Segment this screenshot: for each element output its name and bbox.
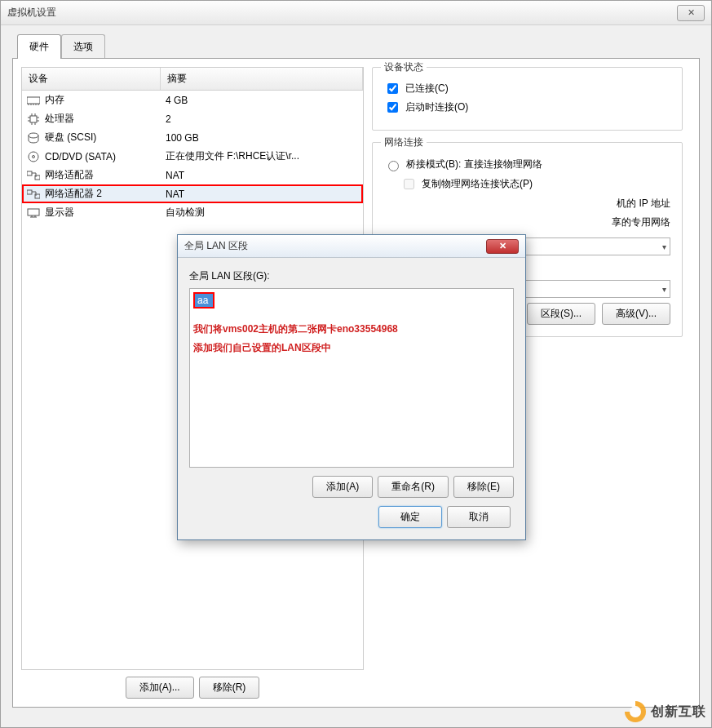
watermark: 创新互联 bbox=[625, 701, 706, 722]
net-icon bbox=[27, 170, 40, 181]
titlebar: 虚拟机设置 ✕ bbox=[1, 1, 711, 25]
cd-icon bbox=[27, 151, 40, 162]
chevron-down-icon: ▾ bbox=[662, 285, 666, 294]
device-table-header: 设备 摘要 bbox=[22, 68, 363, 91]
device-name: 处理器 bbox=[45, 112, 74, 126]
cpu-icon bbox=[27, 113, 40, 125]
connect-on-start-row[interactable]: 启动时连接(O) bbox=[384, 100, 670, 115]
annotation-line-2: 添加我们自己设置的LAN区段中 bbox=[193, 339, 510, 357]
group-title: 网络连接 bbox=[381, 135, 427, 149]
device-name: 显示器 bbox=[45, 206, 74, 220]
device-name: CD/DVD (SATA) bbox=[45, 151, 116, 162]
lan-action-buttons: 添加(A) 重命名(R) 移除(E) bbox=[189, 476, 514, 498]
close-icon: ✕ bbox=[499, 241, 506, 251]
replicate-checkbox[interactable] bbox=[404, 179, 414, 189]
dialog-titlebar: 全局 LAN 区段 ✕ bbox=[178, 235, 525, 258]
svg-point-15 bbox=[29, 133, 38, 138]
device-name: 网络适配器 bbox=[45, 168, 94, 182]
remove-device-button[interactable]: 移除(R) bbox=[199, 677, 260, 699]
lan-segment-dialog: 全局 LAN 区段 ✕ 全局 LAN 区段(G): aa 我们将vms002主机… bbox=[177, 234, 526, 540]
device-name: 硬盘 (SCSI) bbox=[45, 131, 96, 144]
partial-row-2: 享的专用网络 bbox=[384, 215, 670, 229]
annotation-line-1: 我们将vms002主机的第二张网卡eno33554968 bbox=[193, 320, 510, 339]
connect-on-start-checkbox[interactable] bbox=[387, 102, 398, 113]
partial-text-net: 享的专用网络 bbox=[612, 215, 670, 229]
disk-icon bbox=[27, 132, 40, 144]
dialog-title: 全局 LAN 区段 bbox=[184, 239, 486, 253]
device-summary: 100 GB bbox=[166, 132, 358, 144]
table-row[interactable]: 内存 4 GB bbox=[22, 91, 363, 109]
connected-checkbox-row[interactable]: 已连接(C) bbox=[384, 81, 670, 96]
add-device-button[interactable]: 添加(A)... bbox=[126, 677, 194, 699]
lan-segment-button[interactable]: 区段(S)... bbox=[527, 303, 595, 325]
window-title: 虚拟机设置 bbox=[7, 6, 677, 20]
ok-button[interactable]: 确定 bbox=[378, 506, 442, 528]
watermark-logo-icon bbox=[625, 701, 646, 722]
svg-rect-20 bbox=[27, 190, 32, 194]
table-row[interactable]: CD/DVD (SATA) 正在使用文件 F:\RHCE认证\r... bbox=[22, 147, 363, 166]
svg-point-16 bbox=[29, 152, 38, 162]
close-icon: ✕ bbox=[688, 7, 695, 18]
device-rows: 内存 4 GB 处理器 2 硬盘 (SCSI) 100 GB CD/D bbox=[22, 91, 363, 222]
chevron-down-icon: ▾ bbox=[662, 242, 666, 251]
connected-label: 已连接(C) bbox=[405, 82, 449, 95]
lan-list-label: 全局 LAN 区段(G): bbox=[189, 269, 514, 283]
dialog-close-button[interactable]: ✕ bbox=[486, 239, 519, 254]
device-summary: 正在使用文件 F:\RHCE认证\r... bbox=[166, 149, 358, 163]
group-title: 设备状态 bbox=[381, 60, 427, 74]
annotation-text: 我们将vms002主机的第二张网卡eno33554968 添加我们自己设置的LA… bbox=[193, 320, 510, 357]
col-header-device[interactable]: 设备 bbox=[22, 68, 161, 90]
tab-options[interactable]: 选项 bbox=[61, 34, 105, 59]
lan-segment-item[interactable]: aa bbox=[193, 292, 214, 309]
replicate-checkbox-row[interactable]: 复制物理网络连接状态(P) bbox=[400, 176, 670, 192]
advanced-button[interactable]: 高级(V)... bbox=[602, 303, 670, 325]
device-summary: 4 GB bbox=[166, 95, 358, 106]
device-summary: NAT bbox=[166, 170, 358, 181]
device-summary: NAT bbox=[166, 189, 358, 200]
display-icon bbox=[27, 207, 40, 219]
device-summary: 自动检测 bbox=[166, 206, 358, 220]
table-row[interactable]: 处理器 2 bbox=[22, 109, 363, 128]
bridged-radio-row[interactable]: 桥接模式(B): 直接连接物理网络 bbox=[384, 158, 670, 171]
bridged-label: 桥接模式(B): 直接连接物理网络 bbox=[406, 158, 542, 171]
svg-rect-6 bbox=[30, 116, 37, 122]
device-buttons: 添加(A)... 移除(R) bbox=[21, 677, 364, 699]
bridged-radio[interactable] bbox=[388, 161, 399, 171]
lan-segment-list[interactable]: aa 我们将vms002主机的第二张网卡eno33554968 添加我们自己设置… bbox=[189, 288, 514, 468]
partial-text-ip: 机的 IP 地址 bbox=[617, 197, 670, 211]
table-row[interactable]: 硬盘 (SCSI) 100 GB bbox=[22, 128, 363, 147]
lan-remove-button[interactable]: 移除(E) bbox=[453, 476, 514, 498]
svg-rect-22 bbox=[28, 209, 39, 215]
dialog-buttons: 确定 取消 bbox=[189, 506, 514, 528]
cancel-button[interactable]: 取消 bbox=[447, 506, 511, 528]
svg-point-17 bbox=[33, 155, 35, 158]
table-row[interactable]: 显示器 自动检测 bbox=[22, 203, 363, 222]
device-status-group: 设备状态 已连接(C) 启动时连接(O) bbox=[372, 67, 683, 131]
svg-rect-18 bbox=[27, 171, 32, 175]
connected-checkbox[interactable] bbox=[387, 83, 398, 94]
table-row-network-adapter-2[interactable]: 网络适配器 2 NAT bbox=[22, 184, 363, 203]
device-summary: 2 bbox=[166, 113, 358, 125]
window-close-button[interactable]: ✕ bbox=[677, 5, 705, 21]
vm-settings-window: 虚拟机设置 ✕ 硬件 选项 设备 摘要 内存 4 GB bbox=[0, 0, 712, 728]
tab-strip: 硬件 选项 bbox=[17, 33, 700, 58]
connect-on-start-label: 启动时连接(O) bbox=[405, 100, 468, 114]
tab-hardware[interactable]: 硬件 bbox=[17, 34, 61, 59]
net-icon bbox=[27, 189, 40, 200]
partial-row-1: 机的 IP 地址 bbox=[384, 197, 670, 211]
memory-icon bbox=[27, 95, 40, 106]
table-row[interactable]: 网络适配器 NAT bbox=[22, 166, 363, 184]
device-name: 内存 bbox=[45, 93, 64, 107]
lan-rename-button[interactable]: 重命名(R) bbox=[378, 476, 449, 498]
col-header-summary[interactable]: 摘要 bbox=[161, 68, 363, 90]
svg-rect-0 bbox=[27, 97, 40, 104]
watermark-text: 创新互联 bbox=[651, 704, 706, 721]
dialog-body: 全局 LAN 区段(G): aa 我们将vms002主机的第二张网卡eno335… bbox=[178, 258, 525, 539]
lan-add-button[interactable]: 添加(A) bbox=[312, 476, 373, 498]
replicate-label: 复制物理网络连接状态(P) bbox=[422, 177, 533, 191]
device-name: 网络适配器 2 bbox=[45, 187, 102, 201]
